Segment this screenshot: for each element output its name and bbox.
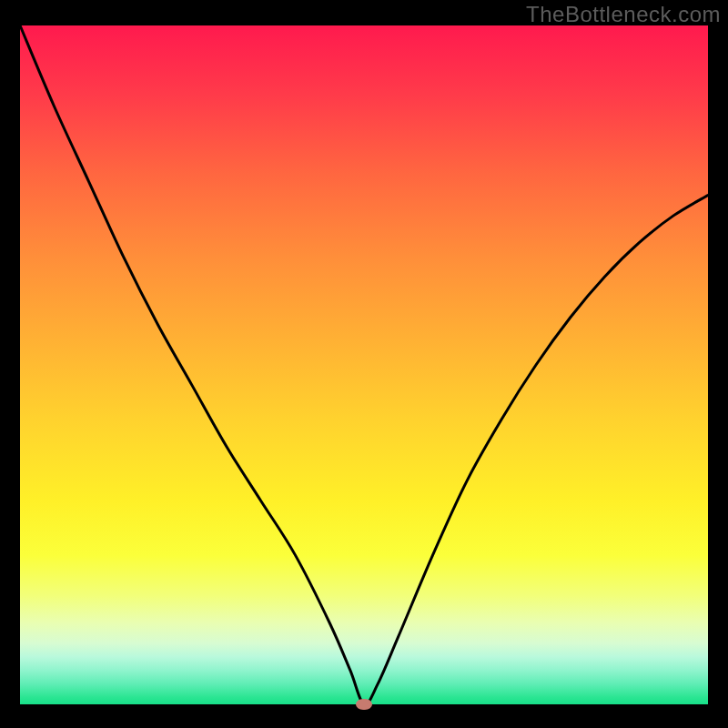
watermark-text: TheBottleneck.com xyxy=(526,2,721,27)
plot-area xyxy=(20,25,708,704)
chart-stage: TheBottleneck.com xyxy=(0,0,728,728)
bottleneck-curve xyxy=(20,25,708,704)
optimal-point-marker xyxy=(356,699,372,710)
